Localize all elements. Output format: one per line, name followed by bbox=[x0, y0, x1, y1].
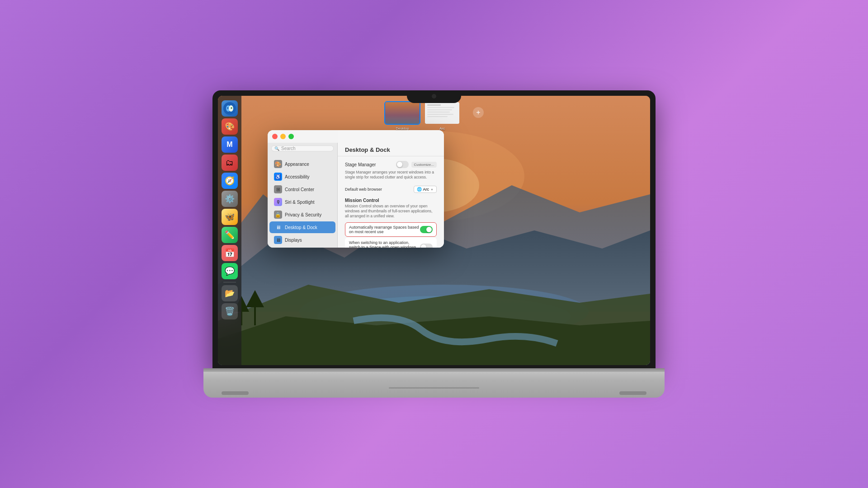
svg-rect-17 bbox=[427, 112, 450, 113]
dock-icon-safari[interactable]: 🧭 bbox=[222, 173, 238, 189]
stage-manager-description: Stage Manager arranges your recent windo… bbox=[345, 170, 437, 180]
auto-rearrange-toggle[interactable] bbox=[420, 226, 433, 233]
space-desktop[interactable]: Desktop bbox=[384, 101, 420, 131]
content-title: Desktop & Dock bbox=[338, 143, 444, 156]
sidebar-item-desktop-dock[interactable]: 🖥 Desktop & Dock bbox=[269, 221, 335, 233]
dock-icon-system-settings[interactable]: ⚙️ bbox=[222, 191, 238, 207]
mission-control-description: Mission Control shows an overview of you… bbox=[345, 204, 437, 219]
dock-icon-fantastical[interactable]: 📅 bbox=[222, 245, 238, 261]
svg-rect-15 bbox=[427, 107, 454, 108]
window-titlebar bbox=[268, 130, 444, 143]
desktop-dock-icon: 🖥 bbox=[274, 223, 282, 231]
macbook-foot-right bbox=[619, 391, 646, 395]
macbook: Desktop bbox=[212, 90, 656, 398]
dock-separator bbox=[223, 282, 236, 282]
sidebar-item-privacy[interactable]: 🔒 Privacy & Security bbox=[269, 209, 335, 221]
macbook-bottom bbox=[203, 368, 665, 398]
default-browser-row: Default web browser 🌐 Arc ▼ bbox=[345, 183, 437, 195]
dock-icon-notchmeister[interactable]: ✏️ bbox=[222, 227, 238, 243]
setting-row-auto-rearrange: Automatically rearrange Spaces based on … bbox=[345, 222, 437, 237]
sidebar-item-siri[interactable]: 🎙 Siri & Spotlight bbox=[269, 196, 335, 208]
sidebar-item-control-center[interactable]: ⊞ Control Center bbox=[269, 183, 335, 195]
svg-rect-18 bbox=[427, 114, 453, 115]
screen-bezel: Desktop bbox=[212, 90, 656, 371]
search-box[interactable]: 🔍 Search bbox=[271, 145, 334, 151]
trackpad-line bbox=[389, 387, 479, 389]
sidebar-item-appearance[interactable]: 🎨 Appearance bbox=[269, 158, 335, 170]
desktop-thumbnail[interactable] bbox=[384, 101, 420, 125]
macbook-hinge bbox=[203, 368, 665, 372]
toggle-knob bbox=[397, 162, 402, 167]
svg-rect-19 bbox=[427, 116, 448, 117]
system-preferences-window: 🔍 Search 🎨 Appearance ♿ Accessibility bbox=[268, 130, 444, 248]
dock-icon-pixelmator[interactable]: 🎨 bbox=[222, 118, 238, 135]
sidebar-item-displays[interactable]: 🖥 Displays bbox=[269, 234, 335, 246]
stage-manager-controls: Customize... bbox=[396, 161, 437, 168]
dock-icon-whatsapp[interactable]: 💬 bbox=[222, 263, 238, 279]
svg-point-23 bbox=[227, 108, 229, 109]
chevron-down-icon: ▼ bbox=[430, 188, 434, 191]
arc-thumbnail[interactable] bbox=[424, 101, 460, 125]
close-button[interactable] bbox=[272, 134, 278, 139]
accessibility-label: Accessibility bbox=[285, 174, 309, 179]
appearance-label: Appearance bbox=[285, 162, 309, 167]
mission-control-title: Mission Control bbox=[345, 198, 437, 203]
privacy-icon: 🔒 bbox=[274, 211, 282, 219]
screen: Desktop bbox=[218, 96, 650, 365]
switch-space-label: When switching to an application, switch… bbox=[349, 240, 420, 248]
dock-icon-tes[interactable]: 🦋 bbox=[222, 209, 238, 225]
dock-icon-folder-app[interactable]: 🗂 bbox=[222, 155, 238, 171]
search-placeholder: Search bbox=[281, 146, 296, 151]
accessibility-icon: ♿ bbox=[274, 173, 282, 181]
toggle-knob-2 bbox=[421, 244, 426, 248]
browser-icon: 🌐 bbox=[417, 187, 422, 192]
desktop-dock-label: Desktop & Dock bbox=[285, 225, 317, 230]
browser-selector[interactable]: 🌐 Arc ▼ bbox=[414, 186, 437, 193]
add-space-button[interactable]: + bbox=[473, 107, 484, 118]
switch-space-toggle[interactable] bbox=[420, 244, 433, 248]
toggle-knob-1 bbox=[426, 227, 432, 232]
siri-label: Siri & Spotlight bbox=[285, 200, 315, 205]
search-icon: 🔍 bbox=[274, 146, 279, 151]
control-center-icon: ⊞ bbox=[274, 185, 282, 193]
main-content: Desktop & Dock Stage Manager Customize..… bbox=[338, 130, 444, 248]
privacy-label: Privacy & Security bbox=[285, 212, 321, 217]
default-browser-label: Default web browser bbox=[345, 187, 382, 192]
dock-icon-trash[interactable]: 🗑️ bbox=[222, 303, 238, 319]
macbook-foot-left bbox=[222, 391, 249, 395]
sidebar: 🔍 Search 🎨 Appearance ♿ Accessibility bbox=[268, 130, 338, 248]
maximize-button[interactable] bbox=[288, 134, 294, 139]
notch bbox=[407, 90, 461, 103]
stage-manager-toggle[interactable] bbox=[396, 161, 409, 168]
setting-row-switch-space: When switching to an application, switch… bbox=[345, 238, 437, 248]
siri-icon: 🎙 bbox=[274, 198, 282, 206]
mission-control-bar: Desktop bbox=[384, 101, 484, 131]
sidebar-item-accessibility[interactable]: ♿ Accessibility bbox=[269, 171, 335, 183]
svg-point-24 bbox=[231, 108, 232, 109]
svg-rect-14 bbox=[427, 104, 441, 106]
space-arc[interactable]: Arc bbox=[424, 101, 460, 131]
displays-label: Displays bbox=[285, 238, 302, 243]
stage-manager-label: Stage Manager bbox=[345, 162, 376, 167]
stage-manager-row: Stage Manager Customize... bbox=[345, 161, 437, 168]
svg-rect-16 bbox=[427, 109, 452, 110]
content-body: Stage Manager Customize... Stage Manager… bbox=[338, 156, 444, 248]
dock-icon-finder-window[interactable]: 📂 bbox=[222, 285, 238, 301]
customize-button[interactable]: Customize... bbox=[411, 162, 437, 168]
sidebar-item-wallpaper[interactable]: 🖼 Wallpaper bbox=[269, 247, 335, 248]
auto-rearrange-label: Automatically rearrange Spaces based on … bbox=[349, 225, 420, 234]
minimize-button[interactable] bbox=[280, 134, 286, 139]
camera bbox=[432, 94, 436, 99]
control-center-label: Control Center bbox=[285, 187, 314, 192]
displays-icon: 🖥 bbox=[274, 236, 282, 244]
appearance-icon: 🎨 bbox=[274, 160, 282, 168]
browser-name: Arc bbox=[423, 187, 429, 192]
dock-icon-mercury[interactable]: M bbox=[222, 136, 238, 153]
dock-icon-finder[interactable] bbox=[222, 100, 238, 117]
desktop: Desktop bbox=[218, 96, 650, 365]
dock: 🎨 M 🗂 🧭 bbox=[218, 96, 241, 365]
